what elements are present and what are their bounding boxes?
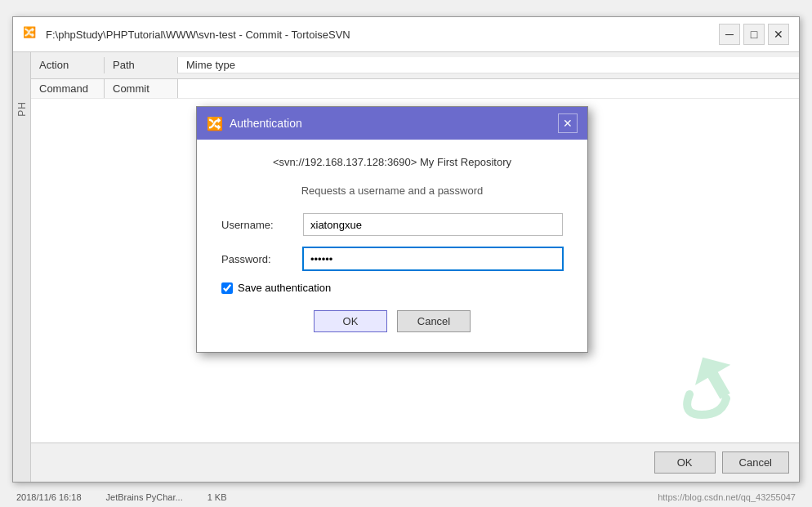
save-auth-row: Save authentication — [221, 282, 563, 294]
dialog-cancel-button[interactable]: Cancel — [397, 310, 471, 332]
dialog-ok-button[interactable]: OK — [314, 310, 387, 332]
col-mime-header: Mime type — [178, 57, 799, 73]
repo-info: <svn://192.168.137.128:3690> My First Re… — [221, 156, 563, 168]
title-bar-left: 🔀 F:\phpStudy\PHPTutorial\WWW\svn-test -… — [23, 26, 350, 42]
auth-dialog: 🔀 Authentication ✕ <svn://192.168.137.12… — [196, 106, 588, 353]
footer-url: https://blog.csdn.net/qq_43255047 — [658, 492, 796, 502]
dialog-icon: 🔀 — [207, 116, 223, 131]
maximize-button[interactable]: □ — [743, 24, 765, 45]
username-row: Username: — [221, 213, 563, 236]
request-text: Requests a username and a password — [221, 185, 563, 197]
save-auth-label: Save authentication — [238, 282, 331, 294]
dialog-title-left: 🔀 Authentication — [207, 116, 302, 131]
sidebar-text: PH — [16, 101, 28, 117]
close-button[interactable]: ✕ — [768, 24, 789, 45]
dialog-close-button[interactable]: ✕ — [558, 113, 578, 133]
password-label: Password: — [221, 253, 303, 265]
minimize-button[interactable]: ─ — [719, 24, 740, 45]
app-icon: 🔀 — [23, 26, 39, 42]
table-header: Action Path Mime type — [31, 52, 799, 79]
password-input[interactable] — [303, 247, 563, 270]
dialog-buttons: OK Cancel — [221, 310, 563, 332]
table-row: Command Commit — [31, 79, 799, 99]
username-label: Username: — [221, 219, 303, 231]
row-mime-cell — [178, 79, 799, 98]
bottom-bar: OK Cancel — [31, 443, 799, 482]
password-row: Password: — [221, 247, 563, 270]
dialog-body: <svn://192.168.137.128:3690> My First Re… — [197, 140, 587, 352]
footer-size: 1 KB — [207, 492, 227, 502]
dialog-title-text: Authentication — [230, 117, 302, 130]
window-title: F:\phpStudy\PHPTutorial\WWW\svn-test - C… — [46, 29, 350, 41]
title-bar-controls: ─ □ ✕ — [719, 24, 789, 45]
ok-button[interactable]: OK — [654, 451, 716, 474]
row-path-cell: Commit — [105, 79, 178, 98]
footer-date: 2018/11/6 16:18 — [16, 492, 82, 502]
cancel-button[interactable]: Cancel — [722, 451, 789, 474]
footer-info: 2018/11/6 16:18 JetBrains PyChar... 1 KB — [16, 492, 227, 502]
footer-app: JetBrains PyChar... — [106, 492, 183, 502]
sidebar: PH — [13, 52, 31, 482]
username-input[interactable] — [303, 213, 563, 236]
dialog-title-bar: 🔀 Authentication ✕ — [197, 107, 587, 140]
row-action-cell: Command — [31, 79, 105, 98]
title-bar: 🔀 F:\phpStudy\PHPTutorial\WWW\svn-test -… — [13, 17, 799, 52]
col-path-header: Path — [105, 57, 178, 73]
col-action-header: Action — [31, 57, 105, 73]
footer-watermark: https://blog.csdn.net/qq_43255047 — [658, 492, 796, 502]
save-auth-checkbox[interactable] — [221, 282, 233, 294]
